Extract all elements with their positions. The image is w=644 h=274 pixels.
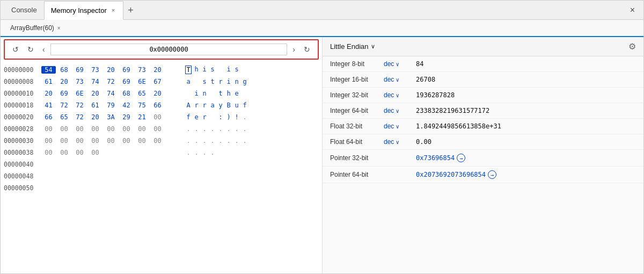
- ascii-char[interactable]: r: [217, 78, 224, 85]
- pointer-navigate-icon[interactable]: →: [457, 154, 465, 162]
- nav-address-input[interactable]: [50, 44, 288, 55]
- ascii-char[interactable]: .: [201, 149, 208, 156]
- hex-cell[interactable]: 00: [88, 137, 103, 145]
- hex-cell[interactable]: 73: [88, 66, 103, 74]
- ascii-char[interactable]: i: [193, 90, 200, 97]
- ascii-char[interactable]: .: [193, 137, 200, 145]
- hex-cell[interactable]: 20: [150, 66, 165, 74]
- hex-cell[interactable]: 20: [150, 90, 165, 97]
- ascii-char[interactable]: a: [185, 78, 192, 85]
- ascii-char[interactable]: r: [201, 113, 208, 121]
- ascii-char[interactable]: [185, 90, 192, 97]
- hex-cell[interactable]: 00: [150, 137, 165, 145]
- ascii-char[interactable]: !: [233, 113, 240, 121]
- ascii-char[interactable]: i: [225, 66, 232, 74]
- hex-cell[interactable]: 54: [41, 66, 56, 74]
- pointer-navigate-icon[interactable]: →: [488, 170, 496, 179]
- hex-cell[interactable]: 66: [41, 113, 56, 121]
- ascii-char[interactable]: .: [185, 125, 192, 133]
- hex-cell[interactable]: 20: [41, 90, 56, 97]
- close-window-button[interactable]: ×: [626, 3, 639, 17]
- settings-gear-icon[interactable]: ⚙: [628, 41, 636, 52]
- ascii-char[interactable]: .: [209, 125, 216, 133]
- ascii-char[interactable]: .: [225, 125, 232, 133]
- ascii-char[interactable]: t: [217, 90, 224, 97]
- hex-cell[interactable]: 67: [150, 78, 165, 85]
- add-tab-button[interactable]: +: [123, 5, 138, 15]
- nav-refresh-button[interactable]: ↻: [301, 44, 313, 55]
- hex-cell[interactable]: 72: [72, 113, 87, 121]
- ascii-char[interactable]: f: [241, 102, 248, 109]
- hex-cell[interactable]: 75: [135, 102, 149, 109]
- hex-cell[interactable]: 00: [88, 149, 103, 156]
- ascii-char[interactable]: .: [201, 137, 208, 145]
- hex-cell[interactable]: 00: [135, 137, 149, 145]
- ascii-char[interactable]: .: [193, 125, 200, 133]
- ascii-char[interactable]: .: [241, 113, 248, 121]
- tab-console[interactable]: Console: [5, 1, 44, 19]
- ascii-char[interactable]: :: [217, 113, 224, 121]
- ascii-char[interactable]: .: [217, 137, 224, 145]
- ascii-char[interactable]: a: [209, 102, 216, 109]
- ascii-char[interactable]: ): [225, 113, 232, 121]
- ascii-char[interactable]: [193, 78, 200, 85]
- close-arraybuffer-tab[interactable]: ×: [57, 25, 61, 31]
- ascii-char[interactable]: f: [185, 113, 192, 121]
- tab-memory-inspector[interactable]: Memory Inspector ×: [44, 1, 123, 20]
- type-format-dropdown[interactable]: dec ∨: [384, 138, 416, 146]
- hex-cell[interactable]: 00: [72, 149, 87, 156]
- hex-cell[interactable]: 00: [150, 113, 165, 121]
- ascii-char[interactable]: [209, 113, 216, 121]
- ascii-char[interactable]: g: [241, 78, 248, 85]
- ascii-char[interactable]: s: [201, 78, 208, 85]
- hex-cell[interactable]: 00: [72, 125, 87, 133]
- type-format-dropdown[interactable]: dec ∨: [384, 60, 416, 68]
- hex-cell[interactable]: 20: [57, 78, 71, 85]
- hex-cell[interactable]: 74: [104, 90, 118, 97]
- pointer-value[interactable]: 0x2073692073696854: [416, 171, 486, 178]
- hex-cell[interactable]: 20: [88, 90, 103, 97]
- ascii-char[interactable]: [217, 66, 224, 74]
- ascii-char[interactable]: .: [241, 125, 248, 133]
- hex-cell[interactable]: 20: [104, 66, 118, 74]
- ascii-char[interactable]: r: [193, 102, 200, 109]
- nav-next-button[interactable]: ›: [289, 44, 298, 55]
- hex-cell[interactable]: 65: [135, 90, 149, 97]
- hex-cell[interactable]: 00: [41, 149, 56, 156]
- ascii-char[interactable]: u: [233, 102, 240, 109]
- hex-cell[interactable]: 00: [72, 137, 87, 145]
- ascii-char[interactable]: r: [201, 102, 208, 109]
- hex-cell[interactable]: 69: [72, 66, 87, 74]
- ascii-char[interactable]: .: [209, 149, 216, 156]
- hex-cell[interactable]: 73: [135, 66, 149, 74]
- hex-cell[interactable]: 21: [135, 113, 149, 121]
- hex-cell[interactable]: 74: [88, 78, 103, 85]
- hex-cell[interactable]: 00: [57, 149, 71, 156]
- ascii-char[interactable]: [241, 90, 248, 97]
- endian-dropdown[interactable]: Little Endian ∨: [330, 42, 375, 51]
- ascii-char[interactable]: [241, 66, 248, 74]
- ascii-char[interactable]: .: [233, 137, 240, 145]
- ascii-char[interactable]: .: [201, 125, 208, 133]
- hex-cell[interactable]: 65: [57, 113, 71, 121]
- hex-cell[interactable]: 69: [119, 66, 134, 74]
- ascii-char[interactable]: e: [233, 90, 240, 97]
- hex-cell[interactable]: 00: [119, 137, 134, 145]
- ascii-char[interactable]: h: [193, 66, 200, 74]
- nav-back-button[interactable]: ↺: [9, 44, 22, 55]
- ascii-char[interactable]: [209, 90, 216, 97]
- type-format-dropdown[interactable]: dec ∨: [384, 91, 416, 99]
- hex-cell[interactable]: 42: [119, 102, 134, 109]
- ascii-char[interactable]: .: [217, 125, 224, 133]
- hex-cell[interactable]: 20: [88, 113, 103, 121]
- ascii-char[interactable]: .: [233, 125, 240, 133]
- ascii-char[interactable]: t: [209, 78, 216, 85]
- ascii-char[interactable]: .: [185, 149, 192, 156]
- ascii-char[interactable]: i: [225, 78, 232, 85]
- hex-cell[interactable]: 41: [41, 102, 56, 109]
- ascii-char[interactable]: y: [217, 102, 224, 109]
- hex-cell[interactable]: 69: [119, 78, 134, 85]
- ascii-char[interactable]: .: [241, 137, 248, 145]
- hex-cell[interactable]: 73: [72, 78, 87, 85]
- hex-cell[interactable]: 00: [57, 137, 71, 145]
